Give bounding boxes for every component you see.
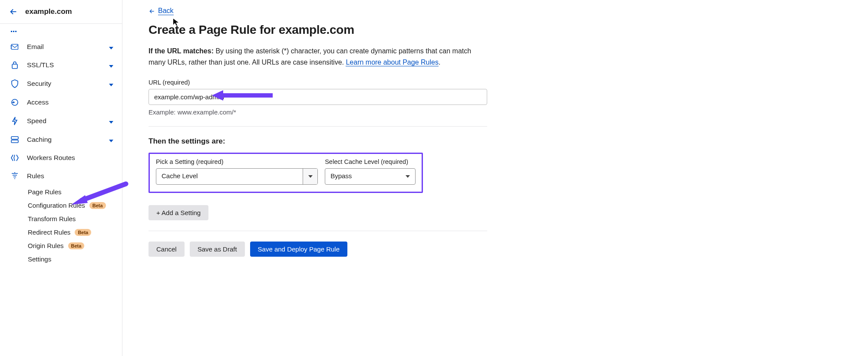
subitem-settings[interactable]: Settings bbox=[28, 252, 122, 266]
divider bbox=[149, 231, 487, 231]
sidebar-item-label: Caching bbox=[27, 136, 101, 144]
svg-rect-3 bbox=[12, 44, 18, 49]
lock-icon bbox=[10, 61, 19, 69]
subitem-config-rules[interactable]: Configuration Rules Beta bbox=[28, 199, 122, 212]
sidebar-item-label: Access bbox=[27, 98, 113, 106]
svg-rect-0 bbox=[11, 31, 12, 32]
page-title: Create a Page Rule for example.com bbox=[149, 23, 487, 37]
action-row: Cancel Save as Draft Save and Deploy Pag… bbox=[149, 242, 487, 257]
sidebar-item-access[interactable]: Access bbox=[0, 93, 122, 111]
divider bbox=[149, 126, 487, 127]
learn-more-link[interactable]: Learn more about Page Rules bbox=[346, 59, 438, 66]
back-link[interactable]: Back bbox=[149, 5, 174, 17]
sidebar-item-workers[interactable]: Workers Routes bbox=[0, 149, 122, 167]
sidebar-item-dns[interactable]: DNS bbox=[0, 26, 122, 38]
save-deploy-button[interactable]: Save and Deploy Page Rule bbox=[250, 242, 347, 257]
svg-rect-6 bbox=[11, 137, 18, 139]
access-icon bbox=[10, 98, 19, 106]
bolt-icon bbox=[10, 117, 19, 125]
sidebar-item-label: Security bbox=[27, 80, 101, 88]
pick-setting-select[interactable]: Cache Level bbox=[156, 168, 318, 185]
svg-rect-7 bbox=[11, 140, 18, 143]
subitem-redirect-rules[interactable]: Redirect Rules Beta bbox=[28, 225, 122, 239]
svg-rect-2 bbox=[15, 31, 17, 32]
arrow-left-icon bbox=[149, 8, 155, 15]
sidebar: example.com DNS Email bbox=[0, 0, 122, 356]
chevron-down-icon bbox=[109, 136, 113, 144]
back-arrow-icon[interactable] bbox=[9, 7, 18, 16]
select-value: Cache Level bbox=[156, 169, 303, 184]
dns-icon bbox=[10, 29, 19, 32]
subitem-origin-rules[interactable]: Origin Rules Beta bbox=[28, 239, 122, 252]
subitem-label: Configuration Rules bbox=[28, 202, 85, 209]
workers-icon bbox=[10, 154, 19, 162]
beta-badge: Beta bbox=[75, 229, 91, 236]
subitem-label: Redirect Rules bbox=[28, 229, 70, 236]
sidebar-item-label: Rules bbox=[27, 172, 113, 180]
sidebar-item-email[interactable]: Email bbox=[0, 38, 122, 56]
chevron-down-icon bbox=[109, 43, 113, 51]
shield-icon bbox=[10, 79, 19, 88]
beta-badge: Beta bbox=[89, 202, 106, 209]
desc-strong: If the URL matches: bbox=[149, 47, 214, 55]
cache-level-label: Select Cache Level (required) bbox=[325, 158, 416, 165]
add-setting-button[interactable]: + Add a Setting bbox=[149, 205, 208, 220]
sidebar-nav: DNS Email SSL/TLS bbox=[0, 24, 122, 274]
pick-setting-col: Pick a Setting (required) Cache Level bbox=[156, 158, 318, 185]
url-input[interactable] bbox=[149, 89, 487, 105]
main-content: Back Create a Page Rule for example.com … bbox=[122, 0, 513, 356]
sidebar-item-label: Speed bbox=[27, 117, 101, 125]
sidebar-item-ssl[interactable]: SSL/TLS bbox=[0, 56, 122, 74]
pick-setting-label: Pick a Setting (required) bbox=[156, 158, 318, 165]
url-label: URL (required) bbox=[149, 79, 487, 86]
subitem-page-rules[interactable]: Page Rules bbox=[28, 185, 122, 199]
cache-level-col: Select Cache Level (required) Bypass bbox=[325, 158, 416, 185]
sidebar-item-label: SSL/TLS bbox=[27, 61, 101, 69]
sidebar-header: example.com bbox=[0, 0, 122, 24]
subitem-label: Settings bbox=[28, 255, 51, 263]
caret-down-icon bbox=[303, 169, 317, 184]
save-draft-button[interactable]: Save as Draft bbox=[190, 242, 245, 257]
funnel-icon bbox=[10, 172, 19, 180]
caret-down-icon bbox=[400, 169, 415, 184]
select-value: Bypass bbox=[325, 169, 400, 184]
sidebar-item-label: Email bbox=[27, 43, 101, 51]
settings-header: Then the settings are: bbox=[149, 137, 487, 146]
rules-subnav: Page Rules Configuration Rules Beta Tran… bbox=[0, 185, 122, 266]
sidebar-item-label: Workers Routes bbox=[27, 154, 113, 162]
svg-rect-4 bbox=[12, 64, 17, 69]
chevron-down-icon bbox=[109, 80, 113, 88]
mail-icon bbox=[10, 43, 19, 50]
chevron-down-icon bbox=[109, 62, 113, 69]
sidebar-item-speed[interactable]: Speed bbox=[0, 111, 122, 131]
sidebar-item-caching[interactable]: Caching bbox=[0, 131, 122, 149]
sidebar-item-security[interactable]: Security bbox=[0, 74, 122, 93]
url-hint: Example: www.example.com/* bbox=[149, 108, 487, 116]
subitem-transform-rules[interactable]: Transform Rules bbox=[28, 212, 122, 225]
subitem-label: Page Rules bbox=[28, 188, 62, 196]
settings-row-highlight: Pick a Setting (required) Cache Level Se… bbox=[149, 153, 423, 193]
site-name: example.com bbox=[25, 7, 72, 16]
cancel-button[interactable]: Cancel bbox=[149, 242, 185, 257]
beta-badge: Beta bbox=[68, 242, 85, 249]
server-icon bbox=[10, 136, 19, 143]
sidebar-item-rules[interactable]: Rules bbox=[0, 167, 122, 185]
chevron-down-icon bbox=[109, 118, 113, 125]
cache-level-select[interactable]: Bypass bbox=[325, 168, 416, 185]
back-label: Back bbox=[158, 7, 174, 15]
svg-rect-1 bbox=[13, 31, 14, 32]
page-description: If the URL matches: By using the asteris… bbox=[149, 46, 487, 69]
subitem-label: Origin Rules bbox=[28, 242, 64, 249]
subitem-label: Transform Rules bbox=[28, 215, 76, 222]
